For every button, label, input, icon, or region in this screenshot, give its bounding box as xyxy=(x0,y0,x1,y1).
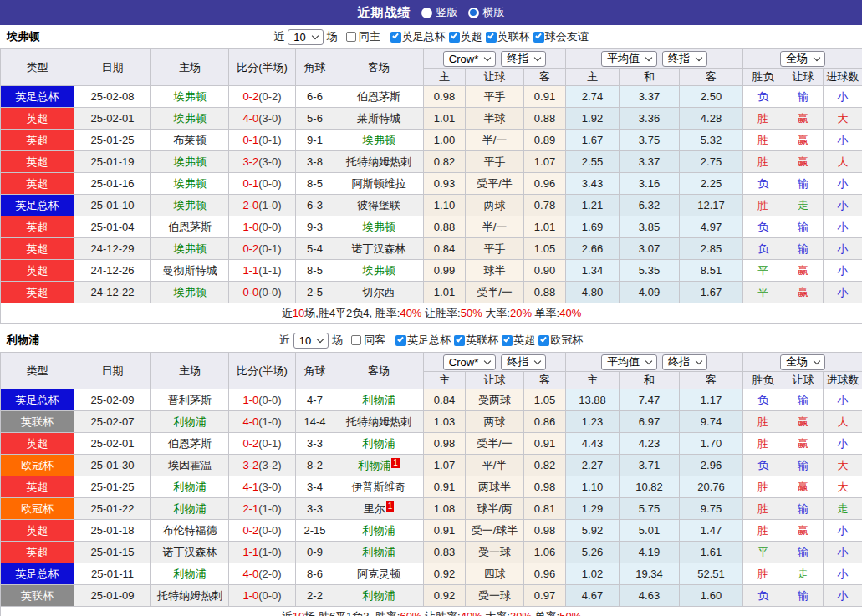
filter-suffix-label: 场 xyxy=(327,29,338,44)
league-filter-item[interactable]: 英联杯 xyxy=(454,333,498,348)
match-count-select[interactable]: 10 xyxy=(288,29,323,45)
result-handicap: 赢 xyxy=(783,411,824,433)
col-result-goals: 进球数 xyxy=(824,69,862,86)
match-score: 1-1(1-0) xyxy=(229,542,296,563)
chevron-down-icon xyxy=(484,53,491,60)
away-team-cell: 埃弗顿 xyxy=(334,130,424,151)
result-winlose: 胜 xyxy=(743,563,783,585)
odds-home: 0.84 xyxy=(424,389,466,411)
odds-handicap: 受一球 xyxy=(466,585,524,607)
fulltime-score: 0-2 xyxy=(242,437,258,450)
odds-away: 0.96 xyxy=(524,173,566,195)
match-score: 0-2(0-1) xyxy=(229,433,296,455)
section-liverpool: 利物浦 近 10 场 同客 英足总杯英联杯英超欧冠杯 类型 日期 xyxy=(0,328,862,616)
odds-final-select[interactable]: 终指 xyxy=(501,354,546,370)
league-type-cell: 英超 xyxy=(1,433,74,455)
league-filter-label: 英超 xyxy=(513,333,535,348)
chevron-down-icon xyxy=(317,335,324,342)
league-filter-item[interactable]: 英足总杯 xyxy=(395,333,451,348)
avg-final-select[interactable]: 终指 xyxy=(662,354,707,370)
league-filter-group: 英足总杯英超英联杯球会友谊 xyxy=(387,29,589,44)
league-filter-item[interactable]: 英联杯 xyxy=(486,29,530,44)
corner-count: 5-6 xyxy=(296,108,334,130)
avg-source-select[interactable]: 平均值 xyxy=(601,51,657,67)
avg-home: 1.29 xyxy=(566,498,620,520)
league-filter-item[interactable]: 英足总杯 xyxy=(390,29,446,44)
filter-controls: 近 10 场 同客 英足总杯英联杯英超欧冠杯 xyxy=(279,333,583,349)
filter-row: 利物浦 近 10 场 同客 英足总杯英联杯英超欧冠杯 xyxy=(0,328,862,352)
odds-home: 0.91 xyxy=(424,476,466,498)
chevron-down-icon xyxy=(534,357,541,364)
result-handicap: 赢 xyxy=(783,151,824,173)
odds-away: 0.82 xyxy=(524,455,566,476)
match-count-select[interactable]: 10 xyxy=(293,333,329,349)
avg-home: 1.34 xyxy=(566,260,620,282)
odds-away: 1.01 xyxy=(524,216,566,238)
avg-away: 2.50 xyxy=(680,86,743,108)
odds-handicap: 两球半 xyxy=(466,476,524,498)
same-venue-filter[interactable]: 同客 xyxy=(351,333,385,348)
result-goals: 小 xyxy=(824,585,862,607)
league-filter-item[interactable]: 球会友谊 xyxy=(533,29,589,44)
away-team-cell: 利物浦 xyxy=(334,389,424,411)
chevron-down-icon xyxy=(696,53,702,60)
match-date: 25-02-08 xyxy=(74,86,151,108)
col-odds-home: 主 xyxy=(424,372,466,389)
league-filter-item[interactable]: 欧冠杯 xyxy=(538,333,583,348)
league-type-cell: 英超 xyxy=(1,238,74,260)
layout-radio-vertical[interactable]: 竖版 xyxy=(421,5,458,20)
result-handicap: 赢 xyxy=(783,433,824,455)
result-winlose: 平 xyxy=(743,260,783,282)
league-type-cell: 英足总杯 xyxy=(1,563,74,585)
away-team-cell: 托特纳姆热刺 xyxy=(334,151,424,173)
result-handicap: 赢 xyxy=(783,108,824,130)
result-winlose: 负 xyxy=(743,455,783,476)
match-score: 0-1(0-0) xyxy=(229,173,296,195)
result-handicap: 输 xyxy=(783,216,824,238)
scope-select[interactable]: 全场 xyxy=(780,354,825,370)
layout-radio-horizontal[interactable]: 横版 xyxy=(468,5,505,20)
league-filter-item[interactable]: 英超 xyxy=(502,333,535,348)
avg-source-select[interactable]: 平均值 xyxy=(601,354,657,370)
home-team-cell: 埃因霍温 xyxy=(151,455,229,476)
avg-draw: 5.75 xyxy=(620,498,680,520)
odds-source-select[interactable]: Crow* xyxy=(443,354,496,370)
odds-source-select[interactable]: Crow* xyxy=(443,51,496,67)
summary-stat-value: 40% xyxy=(559,307,581,319)
odds-handicap: 受平/半 xyxy=(466,173,524,195)
league-badge: 欧冠杯 xyxy=(1,455,74,476)
avg-final-select[interactable]: 终指 xyxy=(662,51,707,67)
match-date: 25-01-25 xyxy=(74,476,151,498)
home-team-cell: 普利茅斯 xyxy=(151,389,229,411)
same-venue-filter[interactable]: 同主 xyxy=(346,29,380,44)
col-avg-home: 主 xyxy=(566,69,620,86)
halftime-score: (0-0) xyxy=(258,524,281,537)
summary-text: 单率: xyxy=(532,307,559,319)
result-goals: 小 xyxy=(824,216,862,238)
league-badge: 英联杯 xyxy=(1,411,74,432)
avg-home: 2.55 xyxy=(566,151,620,173)
odds-handicap: 受一/球半 xyxy=(466,520,524,542)
away-team-name: 利物浦 xyxy=(363,524,395,537)
away-team-cell: 利物浦 xyxy=(334,542,424,563)
league-type-cell: 英超 xyxy=(1,130,74,151)
team-name: 利物浦 xyxy=(7,333,39,348)
away-team-name: 埃弗顿 xyxy=(363,264,395,277)
corner-count: 5-4 xyxy=(296,238,334,260)
halftime-score: (0-1) xyxy=(258,134,281,146)
odds-home: 1.00 xyxy=(424,130,466,151)
result-winlose: 胜 xyxy=(743,520,783,542)
fulltime-score: 0-1 xyxy=(242,134,258,146)
league-filter-item[interactable]: 英超 xyxy=(449,29,482,44)
league-badge: 英足总杯 xyxy=(1,86,74,107)
home-team-name: 托特纳姆热刺 xyxy=(157,589,222,602)
halftime-score: (2-0) xyxy=(258,568,281,580)
col-home: 主场 xyxy=(151,49,229,86)
summary-text: 近 xyxy=(282,307,293,319)
fulltime-score: 0-2 xyxy=(242,242,258,255)
odds-final-select[interactable]: 终指 xyxy=(501,51,546,67)
home-team-name: 普利茅斯 xyxy=(168,394,212,406)
league-type-cell: 英超 xyxy=(1,216,74,238)
scope-select[interactable]: 全场 xyxy=(780,51,825,67)
corner-count: 14-4 xyxy=(296,411,334,433)
